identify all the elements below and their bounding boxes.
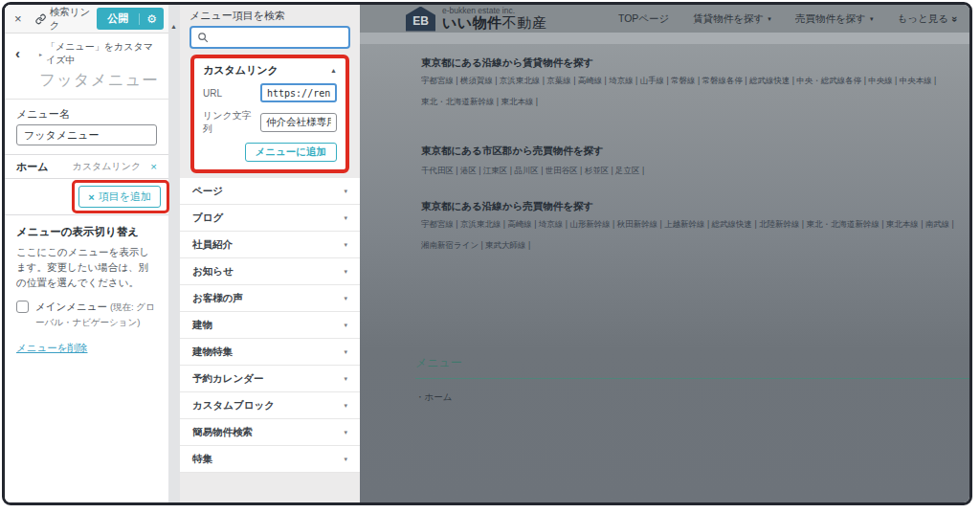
- section-heading: 東京都にある沿線から売買物件を探す: [421, 200, 969, 213]
- publish-label: 公開: [97, 11, 139, 26]
- bullet-icon: ▸: [39, 51, 42, 57]
- back-chevron-icon[interactable]: ‹: [15, 46, 20, 60]
- footer-divider: [415, 378, 969, 379]
- chevron-down-icon: ▾: [344, 295, 347, 302]
- chevron-down-icon: ▾: [344, 429, 347, 436]
- collapse-caret-icon[interactable]: ▲: [330, 67, 337, 74]
- accordion-building[interactable]: 建物▾: [180, 312, 360, 339]
- chevron-down-icon: ▾: [344, 375, 347, 383]
- customizer-topbar: × 検索リンク 公開 ⚙: [5, 5, 168, 33]
- customizing-label: 「メニュー」をカスタマイズ中: [46, 40, 161, 67]
- item-search-block: メニュー項目を検索 カスタムリンク ▲ URL: [180, 5, 360, 173]
- main-menu-label-wrap: メインメニュー (現在: グローバル・ナビゲーション): [35, 300, 157, 330]
- accordion-staff[interactable]: 社員紹介▾: [180, 232, 360, 258]
- footer-menu-item-home[interactable]: ・ホーム: [415, 391, 969, 404]
- main-menu-checkbox[interactable]: [16, 301, 29, 313]
- menu-item-type: カスタムリンク: [73, 160, 142, 173]
- customizer-sidebar: × 検索リンク 公開 ⚙ ‹ ▸ 「メニュー」をカスタマイズ中 フッタメニュー: [5, 5, 168, 502]
- brand-name-block[interactable]: e-bukken estate inc. いい物件不動産: [442, 7, 546, 31]
- nav-label: もっと見る: [897, 12, 947, 26]
- link-text-field-row: リンク文字列: [203, 109, 337, 136]
- search-link-shortcut[interactable]: 検索リンク: [35, 6, 98, 33]
- chevron-down-icon: ▾: [768, 15, 771, 23]
- section-heading: 東京都にある沿線から賃貸物件を探す: [421, 56, 969, 70]
- panel-title: フッタメニュー: [39, 70, 161, 91]
- section-heading: 東京都にある市区郡から売買物件を探す: [421, 145, 969, 158]
- nav-buy-search[interactable]: 売買物件を探す▾: [795, 12, 874, 26]
- custom-link-header[interactable]: カスタムリンク ▲: [203, 63, 337, 77]
- accordion-custom-block[interactable]: カスタムブロック▾: [180, 392, 360, 419]
- delete-menu-link[interactable]: メニューを削除: [16, 342, 87, 355]
- gear-icon[interactable]: ⚙: [139, 13, 164, 25]
- site-footer-menu: メニュー ・ホーム: [415, 355, 969, 404]
- brand-logo-icon[interactable]: EB: [406, 7, 435, 32]
- chevron-down-icon: ▾: [344, 322, 347, 329]
- publish-button[interactable]: 公開 ⚙: [97, 8, 164, 30]
- add-to-menu-row: メニューに追加: [203, 143, 337, 162]
- nav-label: TOPページ: [618, 12, 669, 26]
- accordion-label: 特集: [192, 453, 212, 466]
- window-frame: × 検索リンク 公開 ⚙ ‹ ▸ 「メニュー」をカスタマイズ中 フッタメニュー: [2, 2, 972, 505]
- menu-locations-description: ここにこのメニューを表示します。変更したい場合は、別の位置を選んでください。: [16, 245, 157, 290]
- nav-more[interactable]: もっと見る»: [897, 12, 958, 26]
- menu-name-block: メニュー名: [5, 100, 168, 145]
- breadcrumb: ▸ 「メニュー」をカスタマイズ中: [39, 40, 161, 67]
- accordion-label: 建物: [192, 319, 212, 332]
- accordion-label: 建物特集: [192, 346, 233, 359]
- nav-top-page[interactable]: TOPページ: [618, 12, 669, 26]
- accordion-label: ブログ: [192, 212, 223, 225]
- menu-locations-heading: メニューの表示切り替え: [16, 225, 157, 239]
- accordion-feature[interactable]: 特集▾: [180, 446, 360, 473]
- link-icon: [35, 13, 46, 25]
- chevron-down-icon: ▾: [870, 15, 874, 23]
- chevron-down-icon: ▾: [344, 348, 347, 356]
- search-icon: [197, 32, 209, 43]
- accordion-label: 簡易物件検索: [192, 426, 253, 439]
- item-search-label: メニュー項目を検索: [189, 9, 350, 23]
- remove-item-icon[interactable]: ×: [150, 161, 157, 172]
- brand-company-ja: いい物件不動産: [442, 15, 546, 31]
- line-links-row[interactable]: 宇都宮線 | 京浜東北線 | 高崎線 | 埼京線 | 山形新幹線 | 秋田新幹線…: [421, 213, 969, 234]
- add-item-label: 項目を追加: [99, 190, 151, 204]
- section-buy-lines: 東京都にある沿線から売買物件を探す 宇都宮線 | 京浜東北線 | 高崎線 | 埼…: [421, 200, 969, 256]
- menu-item-home[interactable]: ホーム カスタムリンク ×: [5, 154, 168, 179]
- site-subheader-strip: [360, 33, 969, 44]
- nav-label: 売買物件を探す: [795, 12, 866, 26]
- line-links-row[interactable]: 宇都宮線 | 横須賀線 | 京浜東北線 | 京葉線 | 高崎線 | 埼京線 | …: [421, 70, 969, 91]
- accordion-news[interactable]: お知らせ▾: [180, 258, 360, 285]
- section-header: ‹ ▸ 「メニュー」をカスタマイズ中 フッタメニュー: [5, 33, 168, 100]
- link-text-input[interactable]: [260, 113, 337, 132]
- line-links-row[interactable]: 湘南新宿ライン | 東武大師線 |: [421, 234, 969, 256]
- accordion-building-feature[interactable]: 建物特集▾: [180, 339, 360, 366]
- item-search-input[interactable]: [212, 32, 343, 43]
- menu-item-title: ホーム: [16, 160, 49, 174]
- chevron-down-icon: ▾: [344, 268, 347, 276]
- accordion-pages[interactable]: ページ▾: [180, 178, 360, 205]
- close-icon[interactable]: ×: [10, 11, 27, 26]
- section-rent-lines: 東京都にある沿線から賃貸物件を探す 宇都宮線 | 横須賀線 | 京浜東北線 | …: [421, 56, 969, 112]
- accordion-blog[interactable]: ブログ▾: [180, 205, 360, 232]
- url-field-row: URL: [203, 83, 337, 102]
- accordion-label: お知らせ: [192, 265, 234, 279]
- custom-link-section: カスタムリンク ▲ URL リンク文字列 メニューに追加: [194, 58, 345, 169]
- add-x-icon: ×: [88, 191, 94, 203]
- add-to-menu-button[interactable]: メニューに追加: [245, 143, 337, 162]
- accordion-simple-search[interactable]: 簡易物件検索▾: [180, 419, 360, 446]
- url-input[interactable]: [260, 83, 337, 102]
- nav-rent-search[interactable]: 賃貸物件を探す▾: [693, 12, 771, 26]
- menu-name-input[interactable]: [16, 124, 157, 145]
- link-text-label: リンク文字列: [203, 109, 255, 136]
- accordion-calendar[interactable]: 予約カレンダー▾: [180, 366, 360, 392]
- line-links-row[interactable]: 東北・北海道新幹線 | 東北本線 |: [421, 91, 969, 112]
- site-content: 東京都にある沿線から賃貸物件を探す 宇都宮線 | 横須賀線 | 京浜東北線 | …: [360, 44, 969, 404]
- url-label: URL: [203, 88, 255, 99]
- add-item-button[interactable]: × 項目を追加: [78, 186, 161, 208]
- scroll-up-icon[interactable]: ▲: [170, 23, 177, 30]
- ward-links-row[interactable]: 千代田区 | 港区 | 江東区 | 品川区 | 世田谷区 | 杉並区 | 足立区…: [421, 160, 969, 181]
- accordion-voice[interactable]: お客様の声▾: [180, 285, 360, 312]
- chevron-down-icon: ▾: [344, 456, 347, 463]
- accordion-label: カスタムブロック: [192, 399, 275, 413]
- accordion-label: ページ: [192, 185, 223, 198]
- footer-menu-heading: メニュー: [415, 355, 969, 371]
- chevron-down-icon: ▾: [344, 188, 347, 195]
